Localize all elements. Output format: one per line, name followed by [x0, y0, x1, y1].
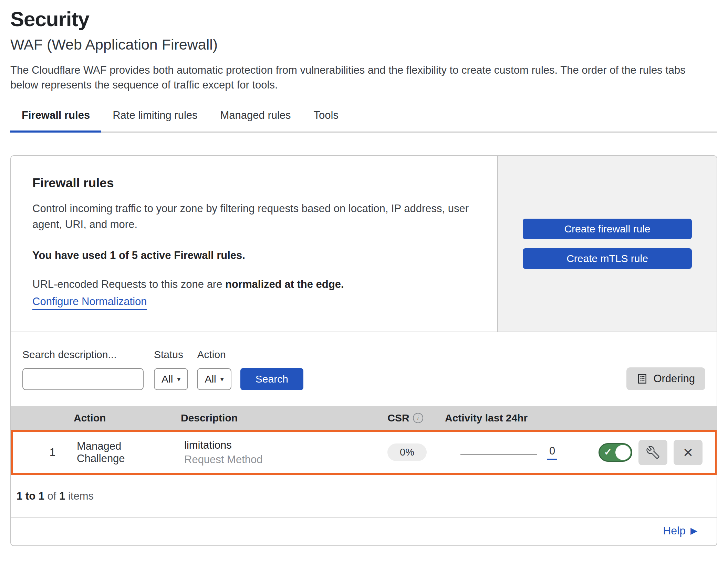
create-mtls-rule-button[interactable]: Create mTLS rule — [523, 248, 692, 269]
action-dropdown-value: All — [205, 373, 216, 385]
activity-sparkline — [460, 454, 537, 455]
header-action: Action — [56, 412, 163, 424]
security-waf-page: Security WAF (Web Application Firewall) … — [0, 0, 728, 546]
create-firewall-rule-button[interactable]: Create firewall rule — [523, 219, 692, 239]
page-subtitle: WAF (Web Application Firewall) — [10, 36, 717, 53]
action-dropdown[interactable]: All▾ — [197, 368, 231, 390]
help-link[interactable]: Help▶ — [663, 524, 697, 537]
normalization-text: URL-encoded Requests to this zone are no… — [32, 278, 476, 291]
firewall-rules-card: Firewall rules Control incoming traffic … — [10, 155, 717, 546]
rule-enabled-toggle[interactable]: ✓ — [599, 443, 632, 462]
ordering-list-icon — [637, 373, 648, 384]
rule-description-sub: Request Method — [184, 452, 367, 467]
help-arrow-icon: ▶ — [690, 525, 697, 536]
info-icon[interactable]: i — [413, 413, 423, 423]
panel-description: Control incoming traffic to your zone by… — [32, 201, 476, 233]
page-description: The Cloudflare WAF provides both automat… — [10, 63, 716, 93]
summary-total: 1 — [59, 490, 65, 502]
wrench-icon — [646, 446, 659, 459]
table-row: 1 Managed Challenge limitations Request … — [11, 430, 717, 475]
activity-cell: 0 — [447, 445, 584, 460]
action-label: Action — [197, 349, 231, 361]
search-button[interactable]: Search — [240, 368, 303, 390]
page-title: Security — [10, 8, 717, 30]
tab-managed-rules[interactable]: Managed rules — [209, 109, 302, 133]
status-label: Status — [154, 349, 188, 361]
search-input-wrapper — [22, 368, 144, 390]
configure-normalization-link[interactable]: Configure Normalization — [32, 295, 147, 310]
action-filter-group: Action All▾ — [197, 349, 231, 390]
header-description: Description — [163, 412, 366, 424]
rule-description: limitations — [184, 438, 367, 452]
help-link-label: Help — [663, 524, 686, 537]
header-activity: Activity last 24hr — [445, 412, 583, 424]
header-csr-label: CSR — [387, 412, 409, 424]
normalization-text-plain: URL-encoded Requests to this zone are — [32, 278, 225, 290]
chevron-down-icon: ▾ — [220, 375, 224, 383]
card-top-section: Firewall rules Control incoming traffic … — [11, 156, 717, 332]
tab-rate-limiting-rules[interactable]: Rate limiting rules — [101, 109, 209, 133]
edit-rule-button[interactable] — [638, 440, 667, 465]
rule-action: Managed Challenge — [58, 440, 164, 465]
status-filter-group: Status All▾ — [154, 349, 188, 390]
csr-badge: 0% — [387, 443, 427, 461]
search-description-group: Search description... — [22, 349, 144, 390]
summary-range: 1 to 1 — [17, 490, 44, 502]
rule-description-cell: limitations Request Method — [164, 438, 367, 467]
header-csr: CSR i — [387, 412, 423, 424]
usage-text: You have used 1 of 5 active Firewall rul… — [32, 249, 476, 262]
status-dropdown[interactable]: All▾ — [154, 368, 188, 390]
create-rule-panel: Create firewall rule Create mTLS rule — [497, 156, 717, 332]
summary-of: of — [44, 490, 59, 502]
tab-tools[interactable]: Tools — [302, 109, 350, 133]
firewall-rules-info: Firewall rules Control incoming traffic … — [11, 156, 497, 332]
normalization-text-bold: normalized at the edge. — [225, 278, 344, 290]
tab-firewall-rules[interactable]: Firewall rules — [10, 109, 101, 133]
waf-tab-bar: Firewall rules Rate limiting rules Manag… — [10, 109, 717, 133]
status-dropdown-value: All — [162, 373, 173, 385]
panel-heading: Firewall rules — [32, 176, 476, 190]
close-icon: × — [683, 444, 693, 461]
toggle-knob — [615, 445, 631, 460]
pagination-summary: 1 to 1 of 1 items — [11, 475, 717, 518]
chevron-down-icon: ▾ — [177, 375, 180, 383]
help-row: Help▶ — [11, 518, 717, 545]
activity-count-link[interactable]: 0 — [547, 445, 557, 460]
rule-controls: ✓ × — [584, 440, 715, 465]
search-description-label: Search description... — [22, 349, 144, 361]
ordering-button[interactable]: Ordering — [626, 367, 705, 390]
delete-rule-button[interactable]: × — [674, 440, 703, 465]
check-icon: ✓ — [604, 447, 612, 458]
summary-items: items — [65, 490, 94, 502]
search-description-input[interactable] — [31, 369, 155, 389]
filter-toolbar: Search description... Status All▾ Action… — [11, 332, 717, 406]
ordering-button-label: Ordering — [653, 373, 695, 385]
rules-table-header: Action Description CSR i Activity last 2… — [11, 406, 717, 430]
rule-priority: 1 — [13, 446, 58, 459]
